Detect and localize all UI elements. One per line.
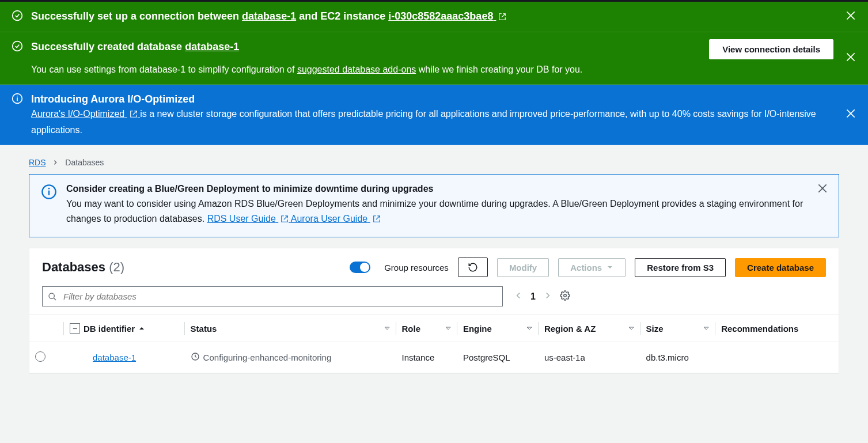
col-engine[interactable]: Engine bbox=[457, 315, 539, 342]
callout-title: Consider creating a Blue/Green Deploymen… bbox=[66, 184, 827, 194]
banner1-instance-link[interactable]: i-030c8582aaac3bae8 bbox=[388, 10, 506, 22]
banner2-sub-suffix: while we finish creating your DB for you… bbox=[419, 65, 583, 74]
configuring-icon bbox=[191, 352, 200, 363]
row-status: Configuring-enhanced-monitoring bbox=[203, 353, 332, 362]
filter-caret-icon[interactable] bbox=[526, 324, 533, 334]
callout-text: You may want to consider using Amazon RD… bbox=[66, 199, 803, 224]
search-icon bbox=[48, 292, 57, 301]
modify-button[interactable]: Modify bbox=[497, 258, 549, 277]
banner-db-created: Successfully created database database-1… bbox=[0, 32, 868, 85]
panel-heading: Databases (2) bbox=[42, 260, 124, 275]
col-role[interactable]: Role bbox=[396, 315, 457, 342]
banner1-db-link[interactable]: database-1 bbox=[242, 10, 296, 22]
col-region[interactable]: Region & AZ bbox=[539, 315, 640, 342]
banner3-title: Introducing Aurora I/O-Optimized bbox=[31, 92, 833, 107]
info-icon bbox=[41, 184, 57, 228]
filter-caret-icon[interactable] bbox=[445, 324, 452, 334]
databases-panel: Databases (2) Group resources Modify Act… bbox=[29, 248, 839, 374]
table-row[interactable]: database-1 Configuring-enhanced-monitori… bbox=[29, 342, 839, 373]
filter-box bbox=[42, 286, 503, 306]
row-role: Instance bbox=[396, 342, 457, 373]
svg-line-9 bbox=[54, 298, 56, 300]
row-engine: PostgreSQL bbox=[457, 342, 539, 373]
svg-point-8 bbox=[49, 293, 54, 298]
banner1-text2: and EC2 instance bbox=[299, 10, 388, 22]
breadcrumb-current: Databases bbox=[65, 158, 104, 167]
settings-icon[interactable] bbox=[560, 290, 570, 303]
rds-guide-link[interactable]: RDS User Guide bbox=[207, 214, 291, 224]
chevron-right-icon bbox=[52, 158, 60, 167]
svg-point-10 bbox=[564, 294, 567, 297]
banner3-body: is a new cluster storage configuration t… bbox=[31, 109, 816, 135]
view-connection-details-button[interactable]: View connection details bbox=[709, 39, 833, 59]
info-icon bbox=[12, 93, 25, 107]
caret-down-icon bbox=[607, 263, 613, 272]
svg-point-4 bbox=[17, 96, 18, 97]
banner2-addons-link[interactable]: suggested database add-ons bbox=[297, 65, 416, 74]
next-page-icon[interactable] bbox=[544, 291, 552, 302]
col-rec[interactable]: Recommendations bbox=[715, 315, 839, 342]
prev-page-icon[interactable] bbox=[514, 291, 522, 302]
aurora-guide-link[interactable]: Aurora User Guide bbox=[291, 214, 381, 224]
filter-caret-icon[interactable] bbox=[703, 324, 710, 334]
banner2-db-link[interactable]: database-1 bbox=[185, 41, 239, 52]
banner-aurora-io: Introducing Aurora I/O-Optimized Aurora'… bbox=[0, 85, 868, 145]
col-id[interactable]: − DB identifier bbox=[64, 315, 185, 342]
banner3-link[interactable]: Aurora's I/O-Optimized bbox=[31, 109, 140, 119]
bluegreen-callout: Consider creating a Blue/Green Deploymen… bbox=[29, 174, 839, 237]
group-resources-label: Group resources bbox=[384, 263, 449, 272]
panel-count: (2) bbox=[109, 260, 124, 274]
banner1-text: Successfully set up a connection between bbox=[31, 10, 242, 22]
pager: 1 bbox=[514, 290, 570, 303]
svg-point-1 bbox=[13, 41, 22, 51]
col-size[interactable]: Size bbox=[640, 315, 716, 342]
filter-caret-icon[interactable] bbox=[628, 324, 635, 334]
breadcrumb-root[interactable]: RDS bbox=[29, 158, 46, 167]
banner2-sub-prefix: You can use settings from database-1 to … bbox=[31, 65, 297, 74]
close-icon[interactable] bbox=[845, 51, 856, 65]
close-icon[interactable] bbox=[845, 10, 856, 24]
page-number: 1 bbox=[530, 291, 536, 302]
svg-point-7 bbox=[48, 188, 50, 190]
row-size: db.t3.micro bbox=[640, 342, 716, 373]
close-icon[interactable] bbox=[845, 108, 856, 122]
row-select-radio[interactable] bbox=[35, 351, 46, 362]
db-id-link[interactable]: database-1 bbox=[93, 353, 136, 362]
group-resources-toggle[interactable] bbox=[350, 262, 370, 273]
close-icon[interactable] bbox=[817, 183, 828, 196]
banner2-prefix: Successfully created database bbox=[31, 41, 185, 52]
banner-connection-success: Successfully set up a connection between… bbox=[0, 2, 868, 32]
row-rec bbox=[715, 342, 839, 373]
success-icon bbox=[12, 10, 25, 24]
success-icon bbox=[12, 40, 25, 54]
filter-caret-icon[interactable] bbox=[384, 324, 391, 334]
filter-input[interactable] bbox=[42, 286, 503, 306]
restore-s3-button[interactable]: Restore from S3 bbox=[635, 258, 726, 277]
col-status[interactable]: Status bbox=[185, 315, 396, 342]
databases-table: − DB identifier Status Role Engine Regio… bbox=[29, 315, 839, 373]
col-select bbox=[29, 315, 64, 342]
create-database-button[interactable]: Create database bbox=[735, 258, 826, 277]
actions-dropdown[interactable]: Actions bbox=[558, 258, 626, 277]
breadcrumb: RDS Databases bbox=[0, 145, 868, 174]
row-region: us-east-1a bbox=[539, 342, 640, 373]
expand-all-icon[interactable]: − bbox=[70, 323, 80, 334]
svg-point-0 bbox=[13, 11, 22, 21]
sort-asc-icon[interactable] bbox=[138, 324, 145, 334]
refresh-button[interactable] bbox=[458, 258, 488, 277]
